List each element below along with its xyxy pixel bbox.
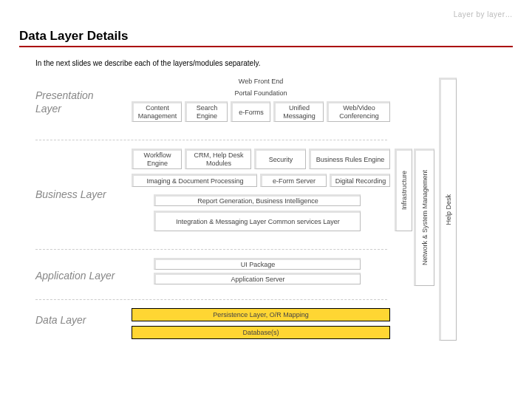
box-digital-recording: Digital Recording	[330, 174, 390, 187]
divider-3	[35, 299, 387, 300]
layer-label-presentation: Presentation Layer	[35, 89, 115, 115]
box-search-engine: Search Engine	[185, 101, 228, 122]
box-integration-messaging: Integration & Messaging Layer Common ser…	[154, 211, 361, 231]
box-unified-messaging: Unified Messaging	[273, 101, 324, 122]
box-web-video: Web/Video Conferencing	[327, 101, 390, 122]
box-application-server: Application Server	[154, 273, 361, 284]
layer-label-business: Business Layer	[35, 188, 115, 202]
box-business-rules: Business Rules Engine	[309, 149, 390, 169]
header-web-front-end: Web Front End	[132, 78, 390, 85]
box-eform-server: e-Form Server	[260, 174, 327, 187]
architecture-diagram: Presentation Layer Business Layer Applic…	[35, 78, 513, 358]
box-databases: Database(s)	[132, 326, 390, 339]
slide-tagline: Layer by layer…	[19, 10, 513, 18]
box-ui-package: UI Package	[154, 258, 361, 270]
divider-2	[35, 249, 387, 250]
slide-title: Data Layer Details	[19, 29, 513, 47]
box-imaging-doc: Imaging & Document Processing	[132, 174, 257, 187]
divider-1	[35, 140, 387, 140]
intro-text: In the next slides we describe each of t…	[35, 59, 513, 67]
box-network-system-mgmt: Network & System Management	[414, 149, 434, 286]
box-report-bi: Report Generation, Business Intelligence	[154, 194, 361, 206]
box-content-mgmt: Content Management	[132, 101, 182, 122]
box-help-desk: Help Desk	[439, 78, 457, 341]
box-persistence-or-mapping: Persistence Layer, O/R Mapping	[132, 308, 390, 321]
box-security: Security	[254, 149, 306, 169]
box-infrastructure: Infrastructure	[395, 149, 412, 231]
box-eforms: e-Forms	[231, 101, 270, 122]
header-portal-foundation: Portal Foundation	[132, 89, 390, 97]
layer-label-application: Application Layer	[35, 270, 115, 283]
box-crm-helpdesk: CRM, Help Desk Modules	[185, 149, 251, 169]
layer-label-data: Data Layer	[35, 314, 115, 327]
box-workflow-engine: Workflow Engine	[132, 149, 182, 169]
